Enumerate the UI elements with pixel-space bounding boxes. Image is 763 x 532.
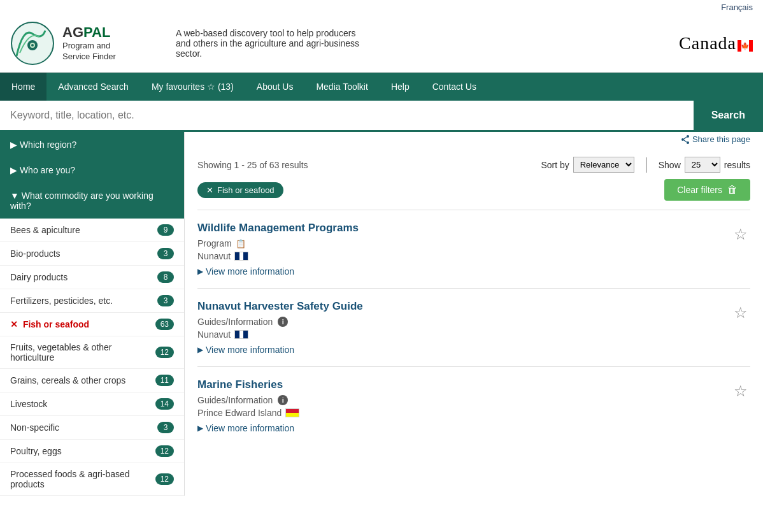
- commodity-fish[interactable]: ✕ Fish or seafood 63: [0, 313, 184, 336]
- view-more-3[interactable]: ▶ View more information: [197, 423, 725, 433]
- main-content: ▶ Which region? ▶ Who are you? ▼ What co…: [0, 132, 763, 496]
- share-page-link[interactable]: Share this page: [197, 134, 750, 144]
- results-panel: Share this page Showing 1 - 25 of 63 res…: [185, 132, 763, 496]
- program-icon: 📋: [236, 239, 246, 248]
- remove-filter-icon[interactable]: ✕: [206, 185, 213, 195]
- commodity-processed-label: Processed foods & agri-based products: [10, 469, 155, 489]
- commodity-poultry[interactable]: Poultry, eggs 12: [0, 440, 184, 463]
- logo-area: AGPAL Program andService Finder: [10, 21, 163, 66]
- filter-commodity[interactable]: ▼ What commodity are you working with?: [0, 183, 184, 219]
- commodity-list: Bees & apiculture 9 Bio-products 3 Dairy…: [0, 219, 184, 496]
- view-more-1-arrow: ▶: [197, 267, 203, 276]
- view-more-1[interactable]: ▶ View more information: [197, 266, 725, 277]
- top-bar: Français: [0, 0, 763, 15]
- show-select[interactable]: 25 50 100: [685, 157, 720, 173]
- commodity-bees[interactable]: Bees & apiculture 9: [0, 219, 184, 242]
- results-header: Showing 1 - 25 of 63 results Sort by Rel…: [197, 147, 750, 179]
- commodity-grains-count: 11: [155, 375, 174, 386]
- result-card-3-content: Marine Fisheries Guides/Information i Pr…: [197, 378, 725, 433]
- filter-who[interactable]: ▶ Who are you?: [0, 157, 184, 183]
- canada-wordmark: Canada: [679, 33, 736, 53]
- nav-home[interactable]: Home: [0, 73, 46, 101]
- nav-favourites[interactable]: My favourites ☆ (13): [140, 73, 245, 101]
- result-card-3-title[interactable]: Marine Fisheries: [197, 378, 725, 391]
- svg-point-10: [687, 141, 689, 144]
- commodity-poultry-count: 12: [155, 445, 174, 457]
- result-card-3: Marine Fisheries Guides/Information i Pr…: [197, 366, 750, 445]
- svg-point-8: [687, 135, 689, 138]
- logo-ag: AG: [62, 24, 83, 40]
- active-filter-label: Fish or seafood: [217, 185, 275, 195]
- commodity-nonspecific-label: Non-specific: [10, 422, 157, 433]
- result-card-3-type: Guides/Information i: [197, 395, 725, 405]
- filter-who-label: ▶ Who are you?: [10, 165, 75, 175]
- result-card-2-location: Nunavut: [197, 329, 725, 340]
- commodity-bees-label: Bees & apiculture: [10, 225, 157, 235]
- result-card-2: Nunavut Harvester Safety Guide Guides/In…: [197, 288, 750, 366]
- commodity-livestock[interactable]: Livestock 14: [0, 392, 184, 416]
- svg-text:🍁: 🍁: [741, 41, 750, 50]
- commodity-processed[interactable]: Processed foods & agri-based products 12: [0, 463, 184, 496]
- sort-label: Sort by: [541, 160, 569, 170]
- svg-point-9: [681, 138, 684, 141]
- nav-contact-us[interactable]: Contact Us: [421, 73, 488, 101]
- favourite-btn-2[interactable]: ☆: [731, 301, 750, 324]
- result-card-3-location-label: Prince Edward Island: [197, 408, 282, 418]
- canada-flag-icon: 🍁: [738, 40, 753, 52]
- language-toggle[interactable]: Français: [721, 3, 753, 12]
- commodity-livestock-label: Livestock: [10, 399, 155, 409]
- view-more-2-arrow: ▶: [197, 345, 203, 354]
- commodity-fruits-label: Fruits, vegetables & other horticulture: [10, 342, 155, 363]
- result-card-2-title[interactable]: Nunavut Harvester Safety Guide: [197, 300, 725, 313]
- result-card-1: Wildlife Management Programs Program 📋 N…: [197, 210, 750, 288]
- clear-filters-button[interactable]: Clear filters 🗑: [664, 179, 750, 201]
- svg-line-12: [684, 140, 687, 142]
- commodity-livestock-count: 14: [155, 398, 174, 410]
- result-card-1-content: Wildlife Management Programs Program 📋 N…: [197, 222, 725, 277]
- nunavut-flag-icon-2: [234, 330, 248, 339]
- commodity-bioproducts-count: 3: [157, 248, 174, 259]
- sort-select[interactable]: Relevance Title A-Z Title Z-A: [573, 157, 634, 173]
- share-link-area: Share this page: [197, 132, 750, 147]
- result-card-1-title[interactable]: Wildlife Management Programs: [197, 222, 725, 234]
- result-card-3-type-label: Guides/Information: [197, 395, 273, 405]
- commodity-poultry-label: Poultry, eggs: [10, 446, 155, 456]
- nav-about-us[interactable]: About Us: [245, 73, 305, 101]
- search-button[interactable]: Search: [694, 101, 763, 130]
- result-card-1-type: Program 📋: [197, 238, 725, 248]
- show-label: Show: [659, 160, 681, 170]
- commodity-fish-count: 63: [155, 319, 174, 330]
- view-more-2[interactable]: ▶ View more information: [197, 345, 725, 355]
- info-icon-3: i: [278, 395, 288, 405]
- commodity-grains-label: Grains, cereals & other crops: [10, 375, 155, 385]
- result-card-1-location: Nunavut: [197, 251, 725, 261]
- commodity-fertilizers[interactable]: Fertilizers, pesticides, etc. 3: [0, 289, 184, 313]
- favourite-btn-3[interactable]: ☆: [731, 380, 750, 403]
- commodity-fish-remove[interactable]: ✕: [10, 319, 18, 329]
- commodity-bioproducts[interactable]: Bio-products 3: [0, 242, 184, 266]
- commodity-processed-count: 12: [155, 473, 174, 485]
- commodity-dairy[interactable]: Dairy products 8: [0, 266, 184, 289]
- view-more-1-label: View more information: [206, 266, 294, 277]
- commodity-fruits[interactable]: Fruits, vegetables & other horticulture …: [0, 336, 184, 369]
- active-filter-tag[interactable]: ✕ Fish or seafood: [197, 182, 283, 198]
- filter-row: ✕ Fish or seafood Clear filters 🗑: [197, 179, 750, 201]
- trash-icon: 🗑: [727, 184, 738, 196]
- commodity-grains[interactable]: Grains, cereals & other crops 11: [0, 369, 184, 392]
- commodity-nonspecific[interactable]: Non-specific 3: [0, 416, 184, 440]
- filter-region[interactable]: ▶ Which region?: [0, 132, 184, 157]
- commodity-fertilizers-count: 3: [157, 295, 174, 306]
- favourite-btn-1[interactable]: ☆: [731, 223, 750, 246]
- canada-logo: Canada 🍁: [679, 33, 753, 54]
- commodity-bioproducts-label: Bio-products: [10, 248, 157, 259]
- main-nav: Home Advanced Search My favourites ☆ (13…: [0, 73, 763, 101]
- nav-advanced-search[interactable]: Advanced Search: [46, 73, 140, 101]
- show-suffix: results: [724, 160, 750, 170]
- search-input[interactable]: [0, 101, 694, 130]
- nav-help[interactable]: Help: [380, 73, 421, 101]
- nav-media-toolkit[interactable]: Media Toolkit: [304, 73, 379, 101]
- commodity-fruits-count: 12: [155, 347, 174, 358]
- results-count: Showing 1 - 25 of 63 results: [197, 160, 534, 170]
- view-more-3-arrow: ▶: [197, 424, 203, 433]
- view-more-2-label: View more information: [206, 345, 294, 355]
